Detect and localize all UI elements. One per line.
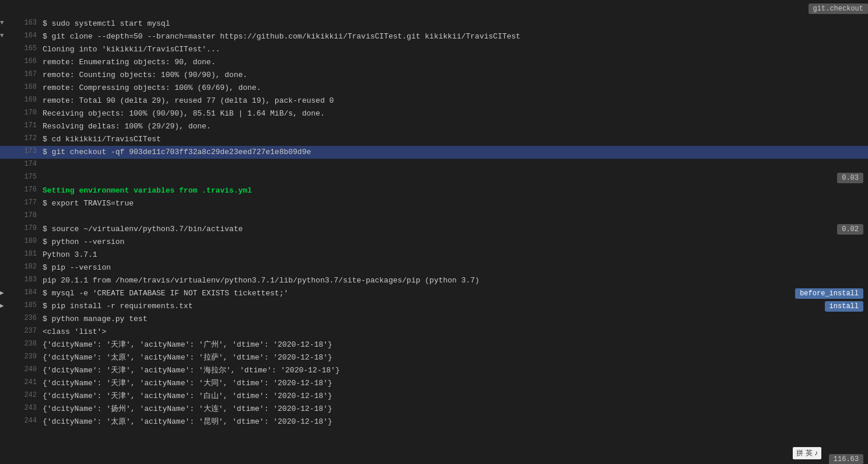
toggle-163[interactable]: ▼: [0, 18, 10, 26]
toggle-179: [0, 224, 10, 225]
toggle-241: [0, 378, 10, 379]
toggle-178: [0, 211, 10, 212]
toggle-168: [0, 82, 10, 83]
linenum-173: 173: [10, 146, 43, 155]
line-163: ▼ 163 $ sudo systemctl start mysql: [0, 18, 868, 30]
content-241: {'dcityName': '天津', 'acityName': '大同', '…: [43, 378, 868, 389]
line-180: 180 $ python --version: [0, 236, 868, 249]
linenum-169: 169: [10, 95, 43, 104]
content-182: $ pip --version: [43, 262, 868, 274]
linenum-174: 174: [10, 159, 43, 168]
linenum-176: 176: [10, 185, 43, 194]
before-install-badge: before_install: [795, 288, 863, 299]
toggle-243: [0, 403, 10, 404]
toggle-180: [0, 236, 10, 238]
line-185: ▶ 185 $ pip install -r requirements.txt …: [0, 300, 868, 313]
content-242: {'dcityName': '天津', 'acityName': '白山', '…: [43, 390, 868, 402]
toggle-184[interactable]: ▶: [0, 288, 10, 296]
toggle-237: [0, 326, 10, 327]
line-237: 237 <class 'list'>: [0, 326, 868, 339]
content-238: {'dcityName': '天津', 'acityName': '广州', '…: [43, 339, 868, 351]
linenum-179: 179: [10, 224, 43, 232]
linenum-177: 177: [10, 198, 43, 207]
toggle-167: [0, 69, 10, 71]
line-241: 241 {'dcityName': '天津', 'acityName': '大同…: [0, 377, 868, 390]
toggle-176: [0, 185, 10, 186]
content-168: remote: Compressing objects: 100% (69/69…: [43, 82, 868, 94]
line-181: 181 Python 3.7.1: [0, 249, 868, 261]
git-checkout-badge: git.checkout: [808, 4, 868, 14]
line-169: 169 remote: Total 90 (delta 29), reused …: [0, 95, 868, 107]
toggle-166: [0, 57, 10, 58]
content-169: remote: Total 90 (delta 29), reused 77 (…: [43, 95, 868, 107]
toggle-164[interactable]: ▼: [0, 31, 10, 39]
linenum-165: 165: [10, 44, 43, 53]
toggle-175: [0, 172, 10, 173]
linenum-240: 240: [10, 365, 43, 374]
linenum-166: 166: [10, 57, 43, 65]
terminal: resolvconf services 4.10 git.checkout 0.…: [0, 0, 868, 464]
line-167: 167 remote: Counting objects: 100% (90/9…: [0, 69, 868, 82]
line-182: 182 $ pip --version: [0, 261, 868, 274]
line-240: 240 {'dcityName': '天津', 'acityName': '海拉…: [0, 364, 868, 377]
toggle-165: [0, 44, 10, 45]
content-177: $ export TRAVIS=true: [43, 198, 868, 210]
toggle-185[interactable]: ▶: [0, 301, 10, 309]
content-166: remote: Enumerating objects: 90, done.: [43, 57, 868, 68]
line-165: 165 Cloning into 'kikikkii/TravisCITest'…: [0, 43, 868, 56]
toggle-242: [0, 390, 10, 392]
line-242: 242 {'dcityName': '天津', 'acityName': '白山…: [0, 390, 868, 403]
linenum-178: 178: [10, 211, 43, 219]
line-239: 239 {'dcityName': '太原', 'acityName': '拉萨…: [0, 351, 868, 364]
linenum-168: 168: [10, 82, 43, 91]
content-176: Setting environment variables from .trav…: [43, 185, 868, 197]
toggle-173: [0, 146, 10, 148]
line-170: 170 Receiving objects: 100% (90/90), 85.…: [0, 107, 868, 120]
linenum-242: 242: [10, 390, 43, 399]
badge-179: 0.02: [837, 224, 863, 235]
linenum-167: 167: [10, 69, 43, 78]
content-165: Cloning into 'kikikkii/TravisCITest'...: [43, 44, 868, 55]
line-236: 236 $ python manage.py test: [0, 313, 868, 326]
linenum-185: 185: [10, 301, 43, 309]
line-176: 176 Setting environment variables from .…: [0, 184, 868, 197]
line-171: 171 Resolving deltas: 100% (29/29), done…: [0, 120, 868, 133]
toggle-244: [0, 416, 10, 417]
line-177: 177 $ export TRAVIS=true: [0, 197, 868, 210]
content-185: $ pip install -r requirements.txt: [43, 301, 868, 312]
content-181: Python 3.7.1: [43, 249, 868, 261]
toggle-182: [0, 262, 10, 263]
content-170: Receiving objects: 100% (90/90), 85.51 K…: [43, 108, 868, 120]
linenum-164: 164: [10, 31, 43, 40]
toggle-236: [0, 313, 10, 315]
content-239: {'dcityName': '太原', 'acityName': '拉萨', '…: [43, 352, 868, 364]
linenum-237: 237: [10, 326, 43, 335]
install-badge: install: [825, 301, 863, 312]
linenum-181: 181: [10, 249, 43, 258]
linenum-183: 183: [10, 275, 43, 284]
toggle-170: [0, 108, 10, 109]
content-173: $ git checkout -qf 903de11c703ff32a8c29d…: [43, 146, 868, 158]
linenum-170: 170: [10, 108, 43, 117]
linenum-243: 243: [10, 403, 43, 412]
line-183: 183 pip 20.1.1 from /home/travis/virtual…: [0, 274, 868, 287]
content-167: remote: Counting objects: 100% (90/90), …: [43, 69, 868, 81]
line-243: 243 {'dcityName': '扬州', 'acityName': '大连…: [0, 403, 868, 416]
content-243: {'dcityName': '扬州', 'acityName': '大连', '…: [43, 403, 868, 415]
content-237: <class 'list'>: [43, 326, 868, 338]
line-164: ▼ 164 $ git clone --depth=50 --branch=ma…: [0, 30, 868, 43]
content-164: $ git clone --depth=50 --branch=master h…: [43, 31, 868, 43]
toggle-183: [0, 275, 10, 276]
linenum-241: 241: [10, 378, 43, 386]
linenum-163: 163: [10, 18, 43, 27]
toggle-177: [0, 198, 10, 199]
badge-175: 0.03: [837, 173, 863, 183]
content-236: $ python manage.py test: [43, 313, 868, 325]
linenum-175: 175: [10, 172, 43, 181]
linenum-172: 172: [10, 134, 43, 142]
line-166: 166 remote: Enumerating objects: 90, don…: [0, 56, 868, 69]
line-172: 172 $ cd kikikkii/TravisCITest: [0, 133, 868, 146]
linenum-184: 184: [10, 288, 43, 296]
toggle-239: [0, 352, 10, 353]
linenum-182: 182: [10, 262, 43, 271]
